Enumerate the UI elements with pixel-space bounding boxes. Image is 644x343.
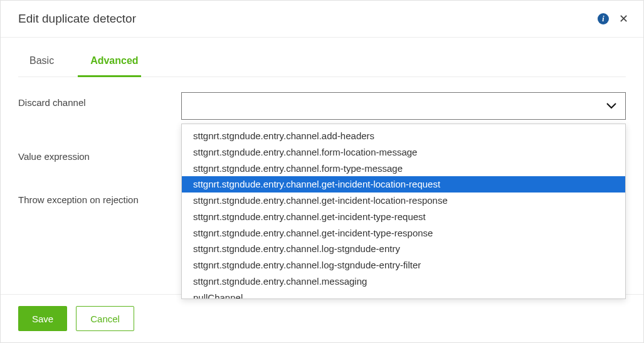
dropdown-option[interactable]: sttgnrt.stgndude.entry.channel.get-incid… bbox=[182, 193, 625, 209]
dropdown-option[interactable]: sttgnrt.stgndude.entry.channel.add-heade… bbox=[182, 128, 625, 144]
discard-channel-dropdown[interactable]: sttgnrt.stgndude.entry.channel.add-heade… bbox=[181, 124, 626, 299]
tab-advanced[interactable]: Advanced bbox=[78, 55, 140, 77]
row-discard-channel: Discard channel sttgnrt.stgndude.entry.c… bbox=[18, 92, 626, 120]
dialog-body: Basic Advanced Discard channel sttgnrt.s… bbox=[1, 38, 643, 294]
close-icon[interactable]: ✕ bbox=[619, 13, 628, 24]
dialog-title: Edit duplicate detector bbox=[18, 12, 136, 26]
form-area: Discard channel sttgnrt.stgndude.entry.c… bbox=[18, 77, 626, 206]
dropdown-option[interactable]: sttgnrt.stgndude.entry.channel.get-incid… bbox=[182, 176, 625, 193]
dropdown-option[interactable]: sttgnrt.stgndude.entry.channel.log-stgnd… bbox=[182, 257, 625, 273]
control-discard-channel: sttgnrt.stgndude.entry.channel.add-heade… bbox=[181, 92, 626, 120]
dropdown-option[interactable]: sttgnrt.stgndude.entry.channel.form-loca… bbox=[182, 144, 625, 161]
dialog-header: Edit duplicate detector i ✕ bbox=[1, 1, 643, 38]
label-throw-exception: Throw exception on rejection bbox=[18, 189, 181, 206]
discard-channel-select[interactable] bbox=[181, 92, 626, 120]
label-discard-channel: Discard channel bbox=[18, 92, 181, 109]
dialog-footer: Save Cancel bbox=[1, 294, 643, 342]
header-icons: i ✕ bbox=[598, 13, 628, 24]
info-icon[interactable]: i bbox=[598, 13, 609, 24]
dropdown-option[interactable]: sttgnrt.stgndude.entry.channel.get-incid… bbox=[182, 225, 625, 241]
save-button[interactable]: Save bbox=[18, 306, 67, 331]
label-value-expression: Value expression bbox=[18, 146, 181, 163]
dropdown-option[interactable]: nullChannel bbox=[182, 290, 625, 300]
dropdown-option[interactable]: sttgnrt.stgndude.entry.channel.log-stgnd… bbox=[182, 241, 625, 257]
dropdown-option[interactable]: sttgnrt.stgndude.entry.channel.get-incid… bbox=[182, 209, 625, 225]
tabs: Basic Advanced bbox=[18, 38, 626, 77]
edit-duplicate-detector-dialog: Edit duplicate detector i ✕ Basic Advanc… bbox=[0, 0, 644, 343]
tab-basic[interactable]: Basic bbox=[18, 55, 56, 77]
cancel-button[interactable]: Cancel bbox=[76, 306, 134, 331]
chevron-down-icon bbox=[606, 101, 616, 111]
dropdown-option[interactable]: sttgnrt.stgndude.entry.channel.messaging bbox=[182, 273, 625, 290]
dropdown-option[interactable]: sttgnrt.stgndude.entry.channel.form-type… bbox=[182, 161, 625, 177]
